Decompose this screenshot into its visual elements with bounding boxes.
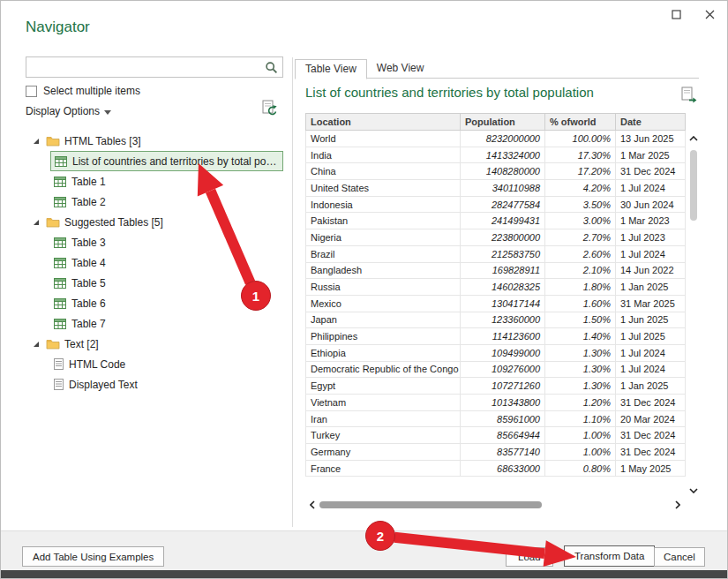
- tree-item-label: Table 1: [71, 176, 106, 188]
- table-cell: 1 Jan 2025: [616, 279, 686, 296]
- tree-item[interactable]: Table 3: [50, 232, 283, 252]
- tab-web-view[interactable]: Web View: [367, 59, 434, 79]
- chevron-down-icon: [104, 110, 111, 115]
- table-cell: 1.00%: [545, 427, 616, 444]
- tree-item[interactable]: Table 4: [50, 252, 283, 273]
- search-input[interactable]: [26, 57, 259, 77]
- tree-folder-label: Text [2]: [64, 338, 99, 350]
- panel-divider: [292, 57, 293, 527]
- scroll-down-icon[interactable]: [687, 483, 701, 499]
- table-cell: 1 Jun 2025: [616, 312, 686, 328]
- table-cell: France: [306, 460, 461, 477]
- display-options-dropdown[interactable]: Display Options: [26, 105, 111, 117]
- tree-item-label: Displayed Text: [69, 379, 138, 391]
- select-multiple-checkbox[interactable]: [26, 86, 37, 97]
- tree-folder[interactable]: Suggested Tables [5]: [26, 212, 283, 232]
- tree-item-label: Table 3: [71, 237, 106, 249]
- table-cell: 1.30%: [545, 378, 616, 395]
- horizontal-scrollbar[interactable]: [305, 498, 685, 512]
- table-cell: Egypt: [306, 378, 461, 395]
- table-cell: Brazil: [306, 245, 461, 262]
- search-box: [26, 56, 283, 78]
- table-cell: 2.60%: [545, 245, 616, 262]
- scroll-right-icon[interactable]: [671, 498, 685, 512]
- load-button[interactable]: Load: [506, 547, 553, 567]
- select-multiple-label: Select multiple items: [43, 85, 140, 97]
- table-cell: 1.20%: [545, 395, 616, 411]
- table-cell: Ethiopia: [306, 344, 461, 361]
- cancel-button[interactable]: Cancel: [654, 547, 705, 567]
- table-cell: 130417144: [461, 295, 545, 312]
- table-cell: 1413324000: [461, 147, 545, 163]
- table-row: Bangladesh1698289112.10%14 Jun 2022: [306, 262, 686, 279]
- tree-folder[interactable]: Text [2]: [26, 334, 283, 354]
- expander-icon[interactable]: [33, 341, 41, 348]
- maximize-button[interactable]: [669, 7, 683, 21]
- table-cell: 68633000: [461, 460, 545, 477]
- table-cell: 31 Dec 2024: [616, 163, 686, 180]
- tree-item[interactable]: Table 2: [50, 192, 283, 212]
- search-icon[interactable]: [265, 61, 278, 74]
- table-row: Germany835771401.00%31 Dec 2024: [306, 444, 686, 461]
- table-cell: 1.30%: [545, 344, 616, 361]
- tree-item[interactable]: List of countries and territories by tot…: [50, 151, 283, 171]
- scroll-up-icon[interactable]: [687, 131, 701, 147]
- tree-item[interactable]: Table 5: [50, 273, 283, 293]
- table-cell: 31 Dec 2024: [616, 444, 686, 461]
- tree-folder-label: HTML Tables [3]: [64, 135, 141, 147]
- table-cell: 1.30%: [545, 361, 616, 378]
- table-cell: World: [306, 131, 461, 147]
- vertical-scroll-thumb[interactable]: [690, 150, 697, 221]
- close-button[interactable]: [702, 7, 717, 21]
- folder-icon: [46, 216, 60, 228]
- table-cell: 83577140: [461, 444, 545, 461]
- copy-icon[interactable]: [681, 86, 697, 104]
- table-cell: China: [306, 163, 461, 180]
- horizontal-scroll-thumb[interactable]: [319, 501, 542, 508]
- table-cell: 85664944: [461, 427, 545, 444]
- transform-data-button[interactable]: Transform Data: [564, 545, 655, 567]
- vertical-scrollbar[interactable]: [687, 131, 701, 499]
- scroll-left-icon[interactable]: [305, 498, 319, 512]
- table-row: Egypt1072712601.30%1 Jan 2025: [306, 378, 686, 395]
- table-row: Brazil2125837502.60%1 Jul 2024: [306, 245, 686, 262]
- select-multiple-row: Select multiple items: [26, 85, 140, 97]
- table-cell: Nigeria: [306, 229, 461, 246]
- expander-icon[interactable]: [33, 219, 41, 226]
- tree-folder[interactable]: HTML Tables [3]: [26, 131, 283, 151]
- table-cell: 1408280000: [461, 163, 545, 180]
- display-options-label: Display Options: [26, 105, 100, 117]
- table-cell: 1 May 2025: [616, 460, 686, 477]
- table-cell: Turkey: [306, 427, 461, 444]
- column-header: Location: [306, 114, 461, 131]
- tree-item[interactable]: HTML Code: [50, 354, 283, 374]
- table-cell: 212583750: [461, 245, 545, 262]
- tree-item[interactable]: Displayed Text: [50, 374, 283, 395]
- table-row: Pakistan2414994313.00%1 Mar 2023: [306, 213, 686, 229]
- table-cell: 2.10%: [545, 262, 616, 279]
- tab-table-view[interactable]: Table View: [295, 59, 367, 79]
- table-icon: [54, 319, 66, 329]
- column-header: Date: [616, 114, 686, 131]
- table-cell: Democratic Republic of the Congo: [306, 361, 461, 378]
- table-icon: [54, 278, 66, 289]
- tree-item[interactable]: Table 7: [50, 313, 283, 334]
- table-row: Japan1233600001.50%1 Jun 2025: [306, 312, 686, 328]
- tree-item[interactable]: Table 1: [50, 171, 283, 192]
- expander-icon[interactable]: [33, 138, 41, 145]
- table-row: Mexico1304171441.60%31 Mar 2025: [306, 295, 686, 312]
- table-cell: Pakistan: [306, 213, 461, 229]
- tree-item[interactable]: Table 6: [50, 293, 283, 313]
- table-cell: 1.00%: [545, 444, 616, 461]
- dialog-title: Navigator: [26, 19, 90, 36]
- table-icon: [54, 197, 66, 207]
- refresh-icon[interactable]: [262, 100, 278, 117]
- tree-folder-label: Suggested Tables [5]: [64, 216, 163, 229]
- table-cell: 1 Jul 2024: [616, 361, 686, 378]
- table-row: Vietnam1013438001.20%31 Dec 2024: [306, 395, 686, 411]
- table-cell: 223800000: [461, 229, 545, 246]
- table-cell: 241499431: [461, 213, 545, 229]
- table-cell: 14 Jun 2022: [616, 262, 686, 279]
- add-table-using-examples-button[interactable]: Add Table Using Examples: [22, 546, 164, 567]
- column-header: % ofworld: [545, 114, 616, 131]
